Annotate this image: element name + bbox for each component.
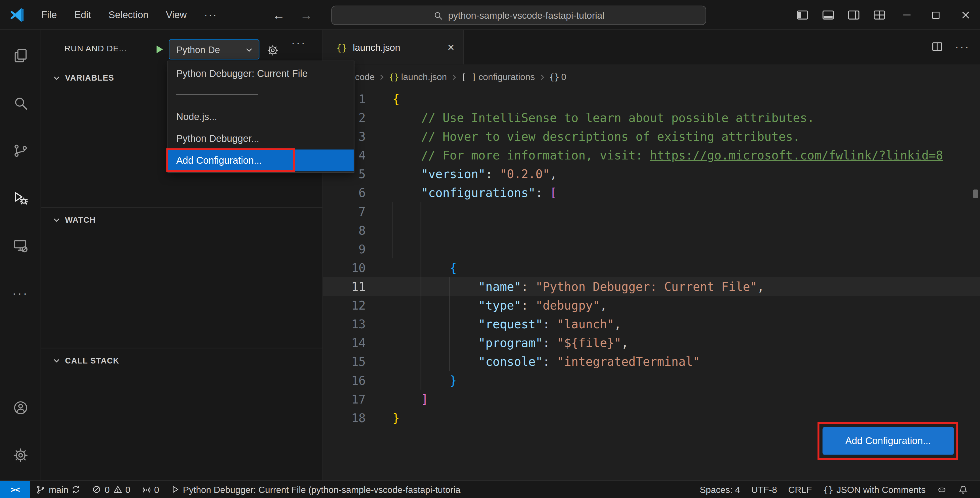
debug-configuration-menu: Python Debugger: Current FileNode.js...P… — [168, 61, 355, 173]
menu-edit[interactable]: Edit — [65, 5, 100, 25]
tab-strip: {} launch.json × ··· — [323, 30, 980, 64]
copilot-item[interactable] — [931, 481, 953, 498]
line-number: 14 — [323, 334, 366, 352]
code-line[interactable]: 18} — [323, 408, 980, 427]
code-line[interactable]: 1{ — [323, 89, 980, 108]
config-menu-item[interactable]: Python Debugger... — [168, 128, 354, 150]
code-line[interactable]: 17 ] — [323, 389, 980, 408]
language-mode-item[interactable]: {} JSON with Comments — [818, 481, 931, 498]
more-views-icon[interactable]: ··· — [0, 270, 41, 317]
activity-bar: ··· — [0, 30, 41, 480]
command-center-label: python-sample-vscode-fastapi-tutorial — [448, 10, 604, 21]
call-stack-section-header[interactable]: CALL STACK — [41, 351, 322, 369]
maximize-button[interactable] — [921, 0, 951, 30]
search-icon — [433, 10, 443, 20]
scrollbar-marker[interactable] — [973, 190, 978, 198]
code-line[interactable]: 4 // For more information, visit: https:… — [323, 146, 980, 164]
config-menu-item[interactable]: Node.js... — [168, 105, 354, 128]
code-line[interactable]: 10 { — [323, 258, 980, 277]
debug-status-item[interactable]: Python Debugger: Current File (python-sa… — [165, 481, 466, 498]
debug-configuration-icon — [170, 485, 180, 494]
code-line[interactable]: 13 "request": "launch", — [323, 315, 980, 334]
menu-more-icon[interactable]: ··· — [196, 5, 226, 25]
toggle-primary-sidebar-icon[interactable] — [789, 0, 815, 30]
chevron-down-icon — [52, 215, 61, 223]
code-line[interactable]: 2 // Use IntelliSense to learn about pos… — [323, 108, 980, 127]
debug-settings-gear-icon[interactable] — [266, 44, 279, 59]
code-line[interactable]: 14 "program": "${file}", — [323, 334, 980, 352]
close-tab-icon[interactable]: × — [447, 41, 454, 53]
debug-configuration-select[interactable]: Python De — [169, 40, 259, 60]
errors-icon — [92, 485, 102, 494]
debug-configuration-value: Python De — [177, 44, 245, 54]
watch-section-header[interactable]: WATCH — [41, 210, 322, 229]
menu-view[interactable]: View — [157, 5, 196, 25]
breadcrumb-item[interactable]: {}0 — [549, 72, 566, 82]
breadcrumb-item[interactable]: {}launch.json — [389, 72, 447, 82]
encoding-item[interactable]: UTF-8 — [746, 481, 783, 498]
remote-explorer-icon[interactable] — [0, 222, 41, 270]
code-line[interactable]: 8 — [323, 221, 980, 239]
title-bar: FileEditSelectionView··· ← → python-samp… — [0, 0, 980, 30]
indent-guide — [420, 202, 421, 389]
chevron-right-icon — [449, 72, 459, 82]
status-bar: >< main 0 0 0 Python Debugger: Current F… — [0, 480, 980, 498]
breadcrumb-item[interactable]: code — [355, 72, 375, 82]
search-icon[interactable] — [0, 80, 41, 127]
views-and-more-actions-icon[interactable]: ··· — [291, 37, 306, 50]
eol-item[interactable]: CRLF — [783, 481, 818, 498]
accounts-icon[interactable] — [0, 384, 41, 432]
broadcast-icon — [142, 485, 151, 494]
code-line[interactable]: 15 "console": "integratedTerminal" — [323, 352, 980, 371]
symbol-icon: {} — [389, 72, 399, 82]
customize-layout-icon[interactable] — [866, 0, 892, 30]
code-line[interactable]: 9 — [323, 239, 980, 258]
breadcrumb-item[interactable]: [ ]configurations — [461, 72, 535, 82]
source-control-icon[interactable] — [0, 127, 41, 174]
settings-gear-icon[interactable] — [0, 432, 41, 479]
command-center-search[interactable]: python-sample-vscode-fastapi-tutorial — [331, 6, 706, 25]
notifications-item[interactable] — [953, 481, 974, 498]
code-line[interactable]: 7 — [323, 202, 980, 221]
bell-icon — [958, 484, 968, 494]
indentation-item[interactable]: Spaces: 4 — [694, 481, 746, 498]
more-actions-icon[interactable]: ··· — [955, 41, 970, 54]
source-control-branch-icon — [36, 484, 46, 494]
toggle-secondary-sidebar-icon[interactable] — [840, 0, 866, 30]
code-line[interactable]: 11 "name": "Python Debugger: Current Fil… — [323, 277, 980, 296]
remote-indicator[interactable]: >< — [0, 481, 30, 498]
code-line[interactable]: 5 "version": "0.2.0", — [323, 164, 980, 183]
sync-icon — [72, 485, 81, 494]
branch-item[interactable]: main — [30, 481, 86, 498]
config-menu-item[interactable]: Add Configuration... — [168, 150, 354, 171]
code-editor[interactable]: 1{2 // Use IntelliSense to learn about p… — [323, 89, 980, 480]
code-line[interactable]: 6 "configurations": [ — [323, 183, 980, 202]
code-line[interactable]: 12 "type": "debugpy", — [323, 296, 980, 315]
back-arrow-icon[interactable]: ← — [272, 8, 285, 22]
code-line[interactable]: 3 // Hover to view descriptions of exist… — [323, 127, 980, 145]
tab-launch-json[interactable]: {} launch.json × — [323, 30, 464, 64]
warnings-icon — [113, 485, 122, 494]
problems-item[interactable]: 0 0 — [86, 481, 136, 498]
minimize-button[interactable] — [892, 0, 921, 30]
forward-arrow-icon[interactable]: → — [300, 8, 312, 22]
code-line[interactable]: 16 } — [323, 371, 980, 389]
toggle-panel-icon[interactable] — [815, 0, 840, 30]
breadcrumb: code{}launch.json[ ]configurations{}0 — [323, 64, 980, 89]
close-window-button[interactable] — [950, 0, 980, 30]
add-configuration-button[interactable]: Add Configuration... — [822, 427, 954, 455]
vscode-logo-icon — [9, 7, 25, 23]
run-and-debug-icon[interactable] — [0, 174, 41, 222]
start-debugging-button[interactable] — [154, 44, 165, 55]
ports-item[interactable]: 0 — [136, 481, 165, 498]
config-menu-item[interactable]: Python Debugger: Current File — [168, 62, 354, 84]
vscode-window: FileEditSelectionView··· ← → python-samp… — [0, 0, 980, 498]
menu-selection[interactable]: Selection — [100, 5, 157, 25]
explorer-icon[interactable] — [0, 32, 41, 80]
chevron-right-icon — [377, 72, 387, 82]
copilot-icon — [937, 484, 947, 494]
json-file-icon: {} — [336, 42, 347, 52]
line-number: 7 — [323, 202, 366, 221]
split-editor-icon[interactable] — [931, 40, 944, 55]
menu-file[interactable]: File — [33, 5, 66, 25]
